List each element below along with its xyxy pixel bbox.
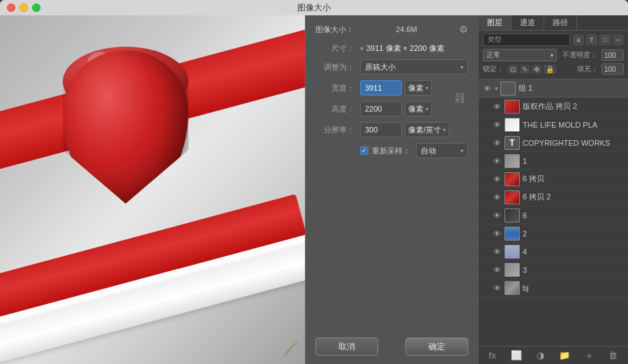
group-thumbnail [500, 82, 516, 96]
tab-channels[interactable]: 通道 [511, 15, 544, 30]
width-unit-select[interactable]: 像素 ▾ [405, 80, 432, 96]
layer-eye-icon: 👁 [491, 174, 502, 185]
filter-icons: a T □ ↔ [573, 34, 624, 45]
layer-name: COPYRIGHTED WORKS [523, 139, 625, 147]
layers-panel-tabs: 图层 通道 路径 [479, 15, 628, 31]
map-pin [42, 50, 209, 259]
layer-thumbnail [504, 281, 520, 295]
layers-list: 👁 版权作品 拷贝 2 👁 THE LIFE MOLD PLA 👁 T COPY… [479, 98, 628, 346]
filter-pixel-icon[interactable]: a [573, 34, 584, 45]
resolution-input[interactable]: 300 [360, 122, 402, 137]
lock-label: 锁定： [483, 64, 504, 74]
list-item[interactable]: 👁 6 [479, 206, 628, 225]
layer-name: 6 拷贝 [523, 174, 625, 184]
layer-eye-icon: 👁 [491, 246, 502, 257]
checkbox-check-icon: ✓ [361, 147, 367, 154]
gear-icon[interactable]: ⚙ [459, 24, 468, 35]
height-unit-chevron-icon: ▾ [426, 106, 428, 112]
lock-move-icon[interactable]: ✥ [532, 65, 541, 74]
width-input-group: 3911 像素 ▾ [360, 80, 453, 96]
list-item[interactable]: 👁 T COPYRIGHTED WORKS [479, 134, 628, 152]
filter-shape-icon[interactable]: □ [599, 34, 611, 45]
canvas-area: 𝒻 [0, 15, 305, 364]
resolution-unit-value: 像素/英寸 [408, 125, 441, 135]
cancel-button[interactable]: 取消 [315, 338, 378, 356]
minimize-button[interactable] [20, 3, 28, 12]
titlebar: 图像大小 [0, 0, 628, 15]
height-input-group: 2200 像素 ▾ [360, 101, 453, 116]
layer-eye-icon: 👁 [491, 210, 502, 221]
layer-eye-icon: 👁 [491, 228, 502, 239]
opacity-input[interactable] [601, 50, 624, 61]
close-button[interactable] [7, 3, 15, 12]
blend-mode-select[interactable]: 正常 ▾ [483, 49, 557, 61]
resample-chevron-icon: ▾ [461, 148, 463, 154]
list-item[interactable]: 👁 bj [479, 279, 628, 297]
resample-checkbox[interactable]: ✓ [360, 146, 368, 155]
dialog-title-label: 图像大小： [315, 24, 354, 35]
list-item[interactable]: 👁 1 [479, 152, 628, 170]
layer-name: 6 [523, 211, 625, 220]
list-item[interactable]: 👁 6 拷贝 [479, 170, 628, 188]
delete-layer-icon[interactable]: 🗑 [608, 350, 618, 361]
fill-input[interactable] [601, 63, 624, 75]
maximize-button[interactable] [32, 3, 40, 12]
layer-eye-icon: 👁 [491, 119, 502, 130]
filter-type-icon[interactable]: T [586, 34, 597, 45]
add-style-icon[interactable]: fx [489, 350, 496, 361]
resample-checkbox-area: ✓ 重新采样： [360, 146, 410, 156]
list-item[interactable]: 👁 版权作品 拷贝 2 [479, 98, 628, 116]
lock-transparent-icon[interactable]: ⊡ [508, 65, 518, 74]
resolution-input-group: 300 像素/英寸 ▾ [360, 122, 468, 137]
add-mask-icon[interactable]: ⬜ [511, 350, 522, 361]
layer-group-header[interactable]: 👁 ▾ 组 1 [479, 79, 628, 98]
adjust-select[interactable]: 原稿大小 ▾ [360, 59, 468, 75]
lock-all-icon[interactable]: 🔒 [544, 65, 556, 74]
group-chevron-icon: ▾ [495, 85, 498, 92]
resolution-row: 分辨率： 300 像素/英寸 ▾ [315, 122, 468, 137]
list-item[interactable]: 👁 4 [479, 243, 628, 261]
ok-button[interactable]: 确定 [405, 338, 468, 356]
resample-select[interactable]: 自动 ▾ [416, 143, 468, 158]
list-item[interactable]: 👁 THE LIFE MOLD PLA [479, 116, 628, 134]
add-group-icon[interactable]: 📁 [559, 350, 570, 361]
filter-smart-icon[interactable]: ↔ [613, 34, 624, 45]
pin-body [63, 50, 188, 204]
layer-thumbnail [504, 263, 520, 277]
titlebar-dots [7, 3, 40, 12]
resample-select-value: 自动 [421, 146, 436, 156]
resolution-label: 分辨率： [315, 125, 354, 135]
blend-row: 正常 ▾ 不透明度： [483, 49, 624, 61]
layer-name: 版权作品 拷贝 2 [523, 101, 625, 112]
layers-controls: 类型 a T □ ↔ 正常 ▾ 不透明度： 锁定： ⊡ [479, 31, 628, 79]
search-box[interactable]: 类型 [483, 33, 570, 46]
layer-name: 3 [523, 266, 625, 274]
layer-thumbnail [504, 100, 520, 114]
layer-name: 1 [523, 157, 625, 165]
layer-name: 6 拷贝 2 [523, 192, 625, 202]
dimensions-label: 尺寸： [315, 43, 354, 54]
layer-name: bj [523, 284, 625, 292]
list-item[interactable]: 👁 3 [479, 261, 628, 279]
layer-name: 2 [523, 229, 625, 238]
add-layer-icon[interactable]: ＋ [585, 349, 594, 362]
layer-thumbnail [504, 154, 520, 168]
window-title: 图像大小 [297, 2, 331, 14]
list-item[interactable]: 👁 6 拷贝 2 [479, 188, 628, 206]
list-item[interactable]: 👁 2 [479, 225, 628, 243]
dialog-buttons: 取消 确定 [315, 331, 468, 356]
tab-paths[interactable]: 路径 [544, 15, 577, 30]
add-adjustment-icon[interactable]: ◑ [537, 350, 544, 361]
layer-thumbnail [504, 190, 520, 204]
adjust-label: 调整为： [315, 62, 354, 73]
lock-paint-icon[interactable]: ✎ [520, 65, 530, 74]
tab-layers[interactable]: 图层 [479, 15, 511, 30]
layer-thumbnail: T [504, 136, 520, 150]
height-input[interactable]: 2200 [360, 101, 402, 116]
resample-row: ✓ 重新采样： 自动 ▾ [315, 143, 468, 158]
resolution-unit-select[interactable]: 像素/英寸 ▾ [405, 122, 449, 137]
height-unit-select[interactable]: 像素 ▾ [405, 101, 432, 116]
bottom-logo: 𝒻 [286, 338, 291, 357]
width-input[interactable]: 3911 [360, 80, 402, 96]
resample-label: 重新采样： [372, 146, 410, 156]
